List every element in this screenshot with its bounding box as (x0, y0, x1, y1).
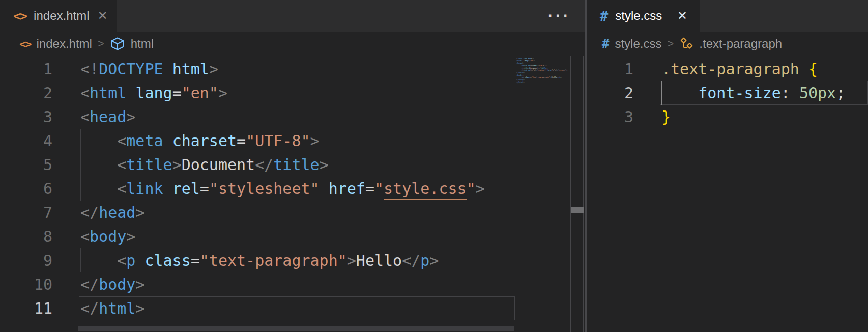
code-row[interactable]: 11</html> (0, 296, 585, 320)
code-row[interactable]: 1<!DOCTYPE html> (0, 57, 585, 81)
code-editor-index-html[interactable]: 1<!DOCTYPE html>2<html lang="en">3<head>… (0, 56, 585, 320)
line-number[interactable]: 10 (0, 272, 52, 296)
code-line[interactable]: <html lang="en"> (80, 81, 515, 105)
line-number[interactable]: 5 (0, 153, 52, 177)
tab-index-html[interactable]: <> index.html ✕ (0, 0, 117, 32)
code-line[interactable]: <body> (80, 225, 515, 248)
token-punct: > (429, 252, 439, 269)
token-attr: lang (135, 84, 172, 102)
code-row[interactable]: 9 <p class="text-paragraph">Hello</p> (0, 248, 585, 272)
line-number[interactable]: 11 (0, 296, 52, 320)
token-punct: < (117, 132, 126, 150)
current-line[interactable]: font-size: 50px; (661, 81, 868, 105)
code-row[interactable]: 4 <meta charset="UTF-8"> (0, 129, 585, 153)
breadcrumb: # style.css > .text-paragraph (587, 32, 868, 56)
code-line[interactable]: </head> (80, 201, 515, 225)
token-num: 50px (799, 84, 836, 102)
close-icon[interactable]: ✕ (97, 9, 109, 23)
breadcrumb-separator: > (98, 37, 104, 50)
line-number[interactable]: 3 (587, 105, 633, 129)
code-row[interactable]: 3<head> (0, 105, 585, 129)
code-line[interactable]: <head> (80, 105, 515, 129)
breadcrumb-item-symbol[interactable]: html (131, 37, 154, 51)
code-row[interactable]: 2 font-size: 50px; (587, 81, 868, 105)
editor-group-left: <> index.html ✕ ··· <> index.html > html… (0, 0, 585, 332)
line-number[interactable]: 8 (0, 225, 52, 248)
current-line[interactable]: </html> (80, 296, 515, 320)
token-op: = (365, 180, 374, 198)
token-punct: > (347, 252, 356, 269)
indent-guide (80, 177, 81, 201)
code-line[interactable]: .text-paragraph { (661, 57, 868, 81)
token-punct: < (117, 180, 126, 198)
code-line[interactable]: } (661, 105, 868, 129)
token-ind (80, 180, 117, 198)
breadcrumb-item-file[interactable]: style.css (615, 37, 661, 51)
code-row[interactable]: 7</head> (0, 201, 585, 225)
token-op: : (781, 84, 790, 102)
line-number[interactable]: 2 (0, 81, 52, 105)
token-tag: DOCTYPE (99, 60, 163, 78)
code-editor-style-css[interactable]: 1.text-paragraph {2 font-size: 50px;3} (587, 56, 868, 129)
token-attr: rel (172, 180, 200, 198)
token-tag: head (99, 204, 135, 222)
token-str: " (374, 180, 384, 198)
horizontal-scrollbar-thumb[interactable] (78, 326, 514, 331)
html-file-icon: <> (19, 38, 31, 50)
token-punct: > (172, 156, 182, 174)
code-line[interactable]: <!DOCTYPE html> (80, 57, 515, 81)
editor-group-sash[interactable] (585, 0, 587, 332)
vertical-scrollbar-thumb[interactable] (571, 207, 584, 213)
close-icon[interactable]: ✕ (676, 9, 688, 23)
html-file-icon: <> (13, 9, 26, 23)
token-link: style.css (384, 180, 467, 200)
more-actions-button[interactable]: ··· (548, 8, 571, 23)
line-number[interactable]: 4 (0, 129, 52, 153)
code-row[interactable]: 10</body> (0, 272, 585, 296)
tab-label: style.css (615, 9, 662, 23)
code-row[interactable]: 6 <link rel="stylesheet" href="style.css… (0, 177, 585, 201)
token-tag: body (99, 275, 135, 293)
token-ind (80, 156, 117, 174)
token-punct: < (80, 108, 90, 126)
code-row[interactable]: 2<html lang="en"> (0, 81, 585, 105)
breadcrumb-item-symbol[interactable]: .text-paragraph (699, 37, 782, 51)
line-number[interactable]: 2 (587, 81, 633, 105)
token-text: Document (182, 156, 255, 174)
token-punct: > (126, 108, 135, 126)
tab-style-css[interactable]: # style.css ✕ (587, 0, 700, 32)
line-number[interactable]: 1 (587, 57, 633, 81)
code-line[interactable]: <link rel="stylesheet" href="style.css"> (80, 177, 515, 201)
token-tag: html (99, 299, 135, 317)
token-ws (163, 180, 172, 198)
token-ws (135, 252, 144, 269)
code-row[interactable]: 3} (587, 105, 868, 129)
indent-guide (80, 248, 81, 272)
code-line[interactable]: </body> (80, 272, 515, 296)
token-ws (790, 84, 799, 102)
token-punct: < (117, 156, 126, 174)
line-number[interactable]: 7 (0, 201, 52, 225)
line-number[interactable]: 1 (0, 57, 52, 81)
minimap-line: </html> (516, 81, 570, 84)
token-attr: charset (172, 132, 237, 150)
line-number[interactable]: 9 (0, 248, 52, 272)
code-row[interactable]: 5 <title>Document</title> (0, 153, 585, 177)
line-number[interactable]: 6 (0, 177, 52, 201)
token-punct: <! (80, 60, 99, 78)
code-line[interactable]: <p class="text-paragraph">Hello</p> (80, 248, 515, 272)
token-tag: head (90, 108, 126, 126)
token-punct: < (80, 228, 90, 245)
token-sel: .text-paragraph (661, 60, 799, 78)
code-row[interactable]: 1.text-paragraph { (587, 57, 868, 81)
token-ws (320, 180, 329, 198)
token-punct: > (310, 132, 320, 150)
breadcrumb-item-file[interactable]: index.html (37, 37, 92, 51)
minimap[interactable]: <!DOCTYPE html><html lang="en"><head> <m… (516, 57, 570, 210)
token-str: " (467, 180, 476, 198)
code-row[interactable]: 8<body> (0, 225, 585, 248)
line-number[interactable]: 3 (0, 105, 52, 129)
code-line[interactable]: <meta charset="UTF-8"> (80, 129, 515, 153)
indent-guide (661, 81, 662, 105)
code-line[interactable]: <title>Document</title> (80, 153, 515, 177)
